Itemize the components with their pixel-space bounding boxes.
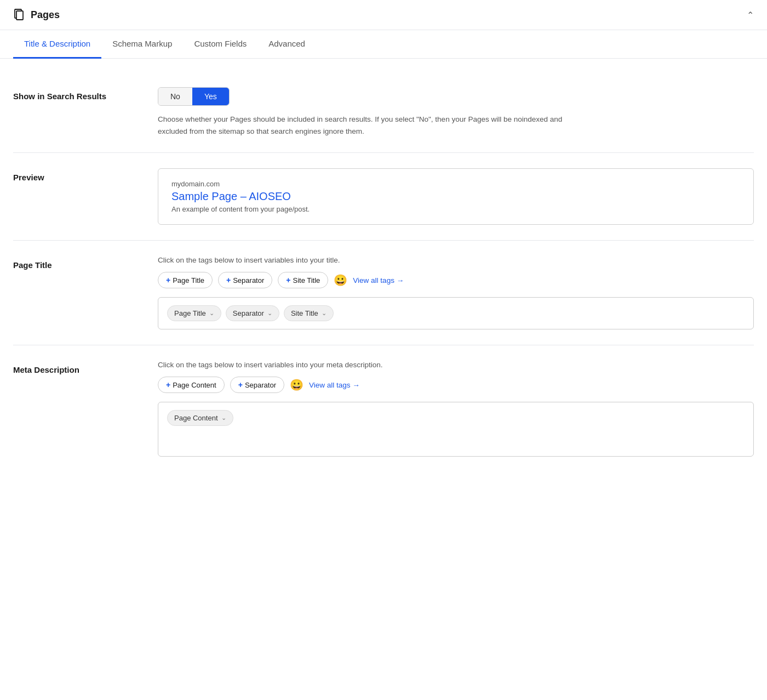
add-separator-tag-meta[interactable]: + Separator <box>230 377 284 393</box>
collapse-button[interactable]: ⌃ <box>747 10 754 20</box>
site-title-chip[interactable]: Site Title ⌄ <box>284 305 334 321</box>
main-content: Show in Search Results No Yes Choose whe… <box>0 59 767 474</box>
tabs-bar: Title & Description Schema Markup Custom… <box>0 30 767 59</box>
plus-icon-5: + <box>238 380 243 389</box>
svg-rect-1 <box>16 11 23 20</box>
preview-title: Sample Page – AIOSEO <box>171 190 740 203</box>
page-header: Pages ⌃ <box>0 0 767 30</box>
page-content-chip[interactable]: Page Content ⌄ <box>167 410 233 426</box>
page-title-chip-label: Page Title <box>174 309 206 317</box>
page-content-chip-label: Page Content <box>174 414 218 422</box>
page-title-tag-label: Page Title <box>173 276 204 284</box>
preview-domain: mydomain.com <box>171 180 740 188</box>
show-in-search-results-content: No Yes Choose whether your Pages should … <box>158 87 754 137</box>
tab-schema-markup[interactable]: Schema Markup <box>101 30 183 59</box>
emoji-button[interactable]: 😀 <box>334 275 347 286</box>
tab-title-description[interactable]: Title & Description <box>13 30 101 59</box>
separator-chip-label: Separator <box>233 309 264 317</box>
add-page-content-tag[interactable]: + Page Content <box>158 377 225 393</box>
header-left: Pages <box>13 9 60 21</box>
view-all-tags-link[interactable]: View all tags → <box>353 276 404 284</box>
view-all-tags-meta-link[interactable]: View all tags → <box>309 381 360 389</box>
page-content-tag-label: Page Content <box>173 381 216 389</box>
site-title-chip-label: Site Title <box>291 309 318 317</box>
meta-description-tags-row: + Page Content + Separator 😀 View all ta… <box>158 377 754 393</box>
plus-icon-3: + <box>286 276 290 284</box>
tab-advanced[interactable]: Advanced <box>257 30 316 59</box>
site-title-tag-label: Site Title <box>293 276 320 284</box>
separator-chip[interactable]: Separator ⌄ <box>226 305 279 321</box>
page-title-label: Page Title <box>13 256 145 270</box>
preview-label: Preview <box>13 168 145 182</box>
tab-custom-fields[interactable]: Custom Fields <box>183 30 257 59</box>
page-title-tags-row: + Page Title + Separator + Site Title 😀 … <box>158 272 754 288</box>
meta-description-label: Meta Description <box>13 361 145 374</box>
separator-tag-label: Separator <box>233 276 264 284</box>
meta-description-content: Click on the tags below to insert variab… <box>158 361 754 457</box>
separator-tag-meta-label: Separator <box>245 381 276 389</box>
preview-description: An example of content from your page/pos… <box>171 205 740 213</box>
chevron-down-icon-2: ⌄ <box>267 310 272 317</box>
yes-button[interactable]: Yes <box>192 88 229 105</box>
no-button[interactable]: No <box>158 88 192 105</box>
page-title-content: Click on the tags below to insert variab… <box>158 256 754 329</box>
plus-icon-4: + <box>166 380 170 389</box>
preview-content: mydomain.com Sample Page – AIOSEO An exa… <box>158 168 754 225</box>
emoji-button-meta[interactable]: 😀 <box>290 379 304 390</box>
plus-icon-2: + <box>226 276 231 284</box>
page-title-insert-text: Click on the tags below to insert variab… <box>158 256 754 264</box>
search-results-description: Choose whether your Pages should be incl… <box>158 113 574 137</box>
plus-icon: + <box>166 276 170 284</box>
show-in-search-results-label: Show in Search Results <box>13 87 145 101</box>
page-title-input-area[interactable]: Page Title ⌄ Separator ⌄ Site Title ⌄ <box>158 297 754 329</box>
preview-box: mydomain.com Sample Page – AIOSEO An exa… <box>158 168 754 225</box>
page-title-chip[interactable]: Page Title ⌄ <box>167 305 221 321</box>
chevron-down-icon: ⌄ <box>209 310 214 317</box>
add-page-title-tag[interactable]: + Page Title <box>158 272 213 288</box>
add-separator-tag[interactable]: + Separator <box>218 272 272 288</box>
meta-description-input-area[interactable]: Page Content ⌄ <box>158 402 754 457</box>
chevron-down-icon-3: ⌄ <box>322 310 327 317</box>
show-in-search-results-section: Show in Search Results No Yes Choose whe… <box>13 72 754 153</box>
chevron-down-icon-4: ⌄ <box>221 414 226 422</box>
meta-description-section: Meta Description Click on the tags below… <box>13 345 754 474</box>
page-title-section: Page Title Click on the tags below to in… <box>13 241 754 345</box>
header-title: Pages <box>31 9 60 21</box>
preview-section: Preview mydomain.com Sample Page – AIOSE… <box>13 153 754 241</box>
pages-icon <box>13 9 25 21</box>
meta-description-insert-text: Click on the tags below to insert variab… <box>158 361 754 369</box>
add-site-title-tag[interactable]: + Site Title <box>278 272 328 288</box>
search-results-toggle-group: No Yes <box>158 87 230 106</box>
